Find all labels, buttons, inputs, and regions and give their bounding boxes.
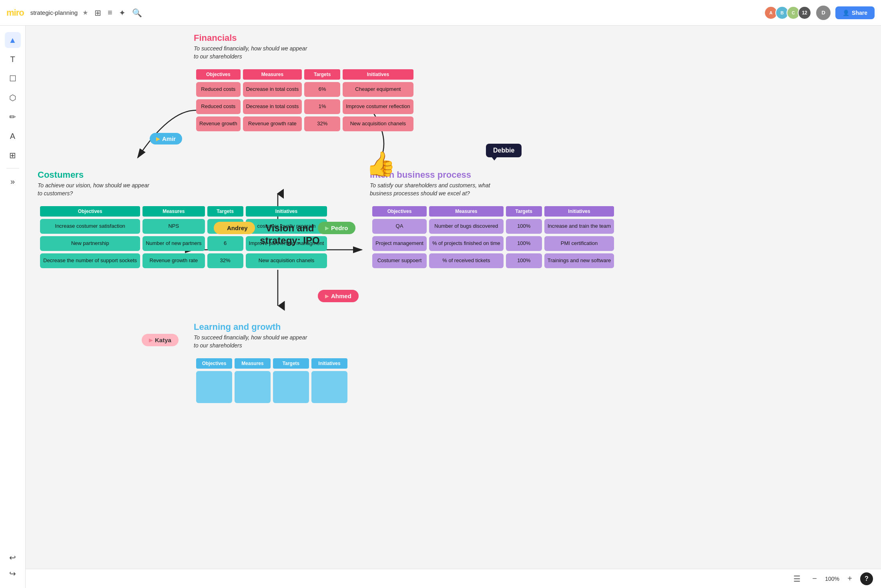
- tool-select[interactable]: ▲: [5, 32, 21, 48]
- tool-text[interactable]: T: [5, 51, 21, 67]
- debbie-pointer: [492, 157, 497, 161]
- fin-r3-meas: Revenue growth rate: [243, 116, 302, 131]
- int-r1-obj: QA: [372, 219, 427, 234]
- intern-section: Intern business process To satisfy our s…: [370, 170, 616, 271]
- thumbs-up-icon: 👍: [366, 150, 396, 178]
- star-icon[interactable]: ★: [82, 9, 88, 16]
- cust-r2-meas: Number of new partners: [142, 236, 205, 251]
- cust-header-meas: Measures: [142, 206, 205, 217]
- fin-r2-obj: Reduced costs: [196, 99, 241, 114]
- fin-r1-targ: 6%: [304, 82, 340, 97]
- tool-text2[interactable]: A: [5, 128, 21, 144]
- learn-r1-obj: [196, 371, 232, 403]
- learning-title: Learning and growth: [194, 322, 350, 332]
- share-icon: 👤: [843, 10, 849, 16]
- panel-toggle-button[interactable]: ☰: [790, 572, 804, 586]
- fin-r3-obj: Revenue growth: [196, 116, 241, 131]
- fin-header-meas: Measures: [243, 69, 302, 80]
- tool-pen[interactable]: ✏: [5, 109, 21, 125]
- int-r1-meas: Number of bugs discovered: [429, 219, 504, 234]
- tool-undo[interactable]: ↩: [5, 550, 21, 566]
- topbar-right: A B C 12 D 👤 Share: [767, 6, 875, 20]
- learn-r1-init: [311, 371, 347, 403]
- int-r3-obj: Costumer suppoert: [372, 253, 427, 268]
- avatar-main: D: [816, 6, 831, 20]
- filter-icon[interactable]: ≡: [108, 8, 112, 18]
- customers-title: Costumers: [38, 170, 329, 180]
- int-header-meas: Measures: [429, 206, 504, 217]
- fin-header-init: Initiatives: [343, 69, 413, 80]
- financials-table: Objectives Measures Targets Initiatives …: [194, 67, 416, 134]
- grid-icon[interactable]: ⊞: [94, 8, 101, 18]
- fin-header-obj: Objectives: [196, 69, 241, 80]
- zoom-level: 100%: [825, 576, 839, 582]
- vision-text: Vision and strategy: IPO: [260, 223, 319, 246]
- andrey-name: Andrey: [227, 225, 248, 231]
- financials-title: Financials: [194, 33, 416, 43]
- learn-header-meas: Measures: [235, 358, 271, 369]
- star2-icon[interactable]: ✦: [119, 8, 126, 18]
- share-label: Share: [852, 10, 867, 16]
- learn-header-targ: Targets: [273, 358, 309, 369]
- cust-r3-obj: Decrease the number of support sockets: [40, 253, 140, 268]
- int-r3-init: Trainings and new software: [544, 253, 614, 268]
- zoom-in-button[interactable]: +: [844, 573, 855, 584]
- bottom-bar: ☰ − 100% + ?: [26, 569, 881, 588]
- intern-subtitle: To satisfy our shareholders and customer…: [370, 182, 616, 197]
- int-header-init: Initiatives: [544, 206, 614, 217]
- topbar: miro strategic-planning ★ ⊞ ≡ ✦ 🔍 A B C …: [0, 0, 881, 26]
- search-icon[interactable]: 🔍: [132, 8, 142, 18]
- fin-r1-obj: Reduced costs: [196, 82, 241, 97]
- learn-r1-targ: [273, 371, 309, 403]
- tool-shape[interactable]: ⬡: [5, 90, 21, 106]
- cust-r3-targ: 32%: [207, 253, 243, 268]
- fin-r3-targ: 32%: [304, 116, 340, 131]
- pedro-name: Pedro: [331, 225, 348, 231]
- zoom-out-button[interactable]: −: [809, 573, 820, 584]
- fin-r2-meas: Decrease in total costs: [243, 99, 302, 114]
- toolbar-divider: [6, 168, 19, 169]
- ahmed-label: ▶ Ahmed: [318, 290, 359, 302]
- miro-logo: miro: [6, 8, 24, 18]
- financials-subtitle: To succeed financially, how should we ap…: [194, 45, 416, 60]
- fin-r2-targ: 1%: [304, 99, 340, 114]
- cust-header-init: Initiatives: [246, 206, 327, 217]
- cust-r3-init: New acquisition chanels: [246, 253, 327, 268]
- learning-subtitle: To succeed financially, how should we ap…: [194, 334, 350, 349]
- int-r2-obj: Project management: [372, 236, 427, 251]
- tool-note[interactable]: ☐: [5, 70, 21, 86]
- katya-label: ▶ Katya: [142, 334, 179, 346]
- tool-more[interactable]: »: [5, 173, 21, 189]
- share-button[interactable]: 👤 Share: [835, 6, 875, 19]
- int-r2-init: PMI certification: [544, 236, 614, 251]
- int-header-obj: Objectives: [372, 206, 427, 217]
- tool-frame[interactable]: ⊞: [5, 147, 21, 163]
- andrey-label: ▶ Andrey: [214, 222, 255, 234]
- cust-r1-meas: NPS: [142, 219, 205, 234]
- tool-redo[interactable]: ↪: [5, 566, 21, 582]
- int-r3-meas: % of received tickets: [429, 253, 504, 268]
- fin-header-targ: Targets: [304, 69, 340, 80]
- int-r1-targ: 100%: [506, 219, 542, 234]
- board-name: strategic-planning: [30, 9, 78, 16]
- int-r2-targ: 100%: [506, 236, 542, 251]
- left-toolbar: ▲ T ☐ ⬡ ✏ A ⊞ » ↩ ↪: [0, 26, 26, 588]
- fin-r2-init: Improve costumer reflection: [343, 99, 413, 114]
- amir-name: Amir: [162, 135, 176, 142]
- help-button[interactable]: ?: [860, 572, 873, 585]
- pedro-label: ▶ Pedro: [318, 222, 355, 234]
- fin-r3-init: New acquisition chanels: [343, 116, 413, 131]
- cust-r2-targ: 6: [207, 236, 243, 251]
- int-r3-targ: 100%: [506, 253, 542, 268]
- learn-header-init: Initiatives: [311, 358, 347, 369]
- toolbar-bottom: ↩ ↪: [5, 550, 21, 582]
- learning-table: Objectives Measures Targets Initiatives: [194, 356, 350, 405]
- cust-r3-meas: Revenue growth rate: [142, 253, 205, 268]
- cust-r1-obj: Increase costumer satisfaction: [40, 219, 140, 234]
- avatar-count[interactable]: 12: [798, 6, 811, 20]
- cust-header-obj: Objectives: [40, 206, 140, 217]
- katya-name: Katya: [155, 337, 171, 343]
- financials-section: Financials To succeed financially, how s…: [194, 33, 416, 134]
- int-header-targ: Targets: [506, 206, 542, 217]
- fin-r1-init: Cheaper equipment: [343, 82, 413, 97]
